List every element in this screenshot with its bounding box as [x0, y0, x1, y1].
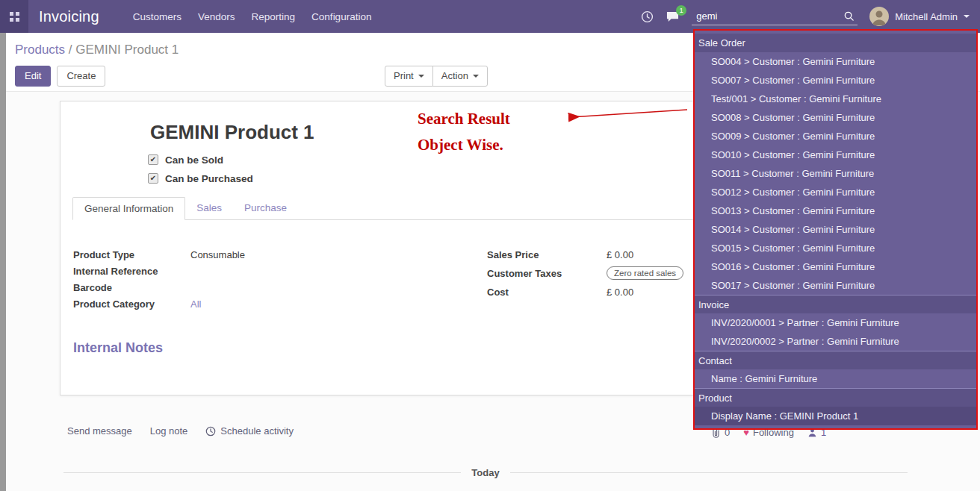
tab-general-information[interactable]: General Information	[72, 197, 185, 220]
search-result-item[interactable]: SO009 > Customer : Gemini Furniture	[695, 127, 976, 146]
field-product-category: Product Category All	[73, 297, 394, 310]
messages-button[interactable]: 1	[666, 10, 680, 23]
search-section-sale-order: Sale Order	[695, 34, 976, 52]
chevron-down-icon	[964, 15, 970, 18]
menu-vendors[interactable]: Vendors	[190, 7, 244, 27]
send-message-button[interactable]: Send message	[67, 425, 132, 437]
schedule-activity-label: Schedule activity	[220, 425, 294, 437]
can-be-purchased-label: Can be Purchased	[165, 173, 253, 184]
search-result-item[interactable]: SO017 > Customer : Gemini Furniture	[695, 276, 976, 295]
breadcrumb-separator: /	[69, 43, 72, 57]
field-value: £ 0.00	[607, 249, 633, 260]
product-title: GEMINI Product 1	[150, 121, 314, 144]
field-label: Cost	[487, 287, 607, 298]
annotation-text: Search Result Object Wise.	[418, 110, 510, 153]
can-be-purchased-checkbox[interactable]: ✔	[148, 173, 158, 184]
can-be-sold-checkbox[interactable]: ✔	[148, 154, 158, 165]
field-label: Product Category	[73, 298, 190, 310]
internal-notes-heading: Internal Notes	[73, 340, 163, 356]
field-barcode: Barcode	[73, 281, 394, 294]
breadcrumb-current: GEMINI Product 1	[75, 43, 179, 57]
breadcrumb-products-link[interactable]: Products	[15, 43, 65, 57]
field-label: Product Type	[73, 249, 190, 260]
search-result-item[interactable]: INV/2020/0002 > Partner : Gemini Furnitu…	[695, 332, 976, 351]
search-input[interactable]	[692, 8, 858, 25]
product-category-link[interactable]: All	[190, 298, 201, 310]
top-navbar: Invoicing Customers Vendors Reporting Co…	[0, 0, 980, 33]
search-result-item[interactable]: Test/001 > Customer : Gemini Furniture	[695, 90, 976, 108]
print-label: Print	[394, 70, 414, 82]
create-button[interactable]: Create	[57, 66, 105, 87]
clock-icon	[205, 426, 216, 437]
search-section-product: Product	[695, 388, 976, 407]
annotation-line-2: Object Wise.	[418, 137, 510, 153]
today-divider: Today	[63, 467, 908, 478]
search-results-dropdown: Sale Order SO004 > Customer : Gemini Fur…	[693, 29, 978, 430]
chatter-buttons: Send message Log note Schedule activity	[67, 425, 294, 437]
window-edge	[0, 33, 6, 491]
user-menu[interactable]: Mitchell Admin	[869, 7, 970, 26]
action-label: Action	[441, 70, 468, 82]
search-result-item[interactable]: SO015 > Customer : Gemini Furniture	[695, 239, 976, 257]
can-be-sold-row: ✔ Can be Sold	[148, 154, 223, 166]
chevron-down-icon	[418, 75, 424, 78]
print-action-group: Print Action	[385, 66, 488, 87]
schedule-activity-button[interactable]: Schedule activity	[205, 425, 294, 437]
can-be-sold-label: Can be Sold	[165, 154, 223, 166]
left-field-group: Product Type Consumable Internal Referen…	[73, 248, 394, 313]
search-result-item[interactable]: SO004 > Customer : Gemini Furniture	[695, 52, 976, 71]
search-section-contact: Contact	[695, 351, 976, 369]
activities-button[interactable]	[641, 10, 654, 23]
tab-sales[interactable]: Sales	[185, 197, 233, 219]
field-value: Consumable	[190, 249, 245, 260]
tab-purchase[interactable]: Purchase	[233, 197, 298, 219]
avatar	[869, 7, 889, 26]
field-label: Barcode	[73, 282, 190, 293]
search-result-item[interactable]: Name : Gemini Furniture	[695, 369, 976, 388]
search-result-item[interactable]: Display Name : GEMINI Product 1	[695, 407, 976, 425]
search-result-item[interactable]: SO008 > Customer : Gemini Furniture	[695, 108, 976, 127]
navbar-right: 1 Mitchell Admin	[641, 7, 980, 26]
search-result-item[interactable]: SO011 > Customer : Gemini Furniture	[695, 164, 976, 183]
user-name: Mitchell Admin	[895, 11, 958, 22]
messages-badge: 1	[676, 5, 686, 16]
field-internal-reference: Internal Reference	[73, 264, 394, 278]
record-actions: Edit Create	[15, 66, 105, 87]
can-be-purchased-row: ✔ Can be Purchased	[148, 172, 253, 184]
field-product-type: Product Type Consumable	[73, 248, 394, 261]
search-result-item[interactable]: SO014 > Customer : Gemini Furniture	[695, 220, 976, 239]
apps-menu-button[interactable]	[0, 0, 28, 33]
search-result-item[interactable]: SO016 > Customer : Gemini Furniture	[695, 257, 976, 276]
search-result-item[interactable]: SO013 > Customer : Gemini Furniture	[695, 201, 976, 220]
print-button[interactable]: Print	[385, 66, 433, 87]
log-note-button[interactable]: Log note	[150, 425, 188, 437]
annotation-arrow	[562, 101, 696, 127]
customer-tax-tag: Zero rated sales	[607, 266, 683, 280]
clock-icon	[641, 10, 654, 23]
annotation-line-1: Search Result	[418, 110, 510, 127]
search-result-item[interactable]: INV/2020/0001 > Partner : Gemini Furnitu…	[695, 313, 976, 332]
search-result-item[interactable]: SO010 > Customer : Gemini Furniture	[695, 146, 976, 164]
menu-configuration[interactable]: Configuration	[303, 7, 379, 27]
global-search	[692, 8, 858, 25]
search-result-item[interactable]: SO012 > Customer : Gemini Furniture	[695, 183, 976, 201]
menu-customers[interactable]: Customers	[125, 7, 190, 27]
field-label: Customer Taxes	[487, 268, 607, 279]
app-title: Invoicing	[39, 8, 99, 25]
field-label: Internal Reference	[73, 266, 190, 277]
top-menu: Customers Vendors Reporting Configuratio…	[125, 7, 380, 27]
breadcrumb: Products / GEMINI Product 1	[15, 43, 179, 57]
edit-button[interactable]: Edit	[15, 66, 51, 87]
search-result-item[interactable]: SO007 > Customer : Gemini Furniture	[695, 71, 976, 90]
apps-grid-icon	[10, 12, 19, 22]
field-label: Sales Price	[487, 249, 607, 260]
field-value: £ 0.00	[607, 287, 633, 298]
action-button[interactable]: Action	[432, 66, 488, 87]
search-section-invoice: Invoice	[695, 295, 976, 313]
chevron-down-icon	[473, 75, 479, 78]
search-icon[interactable]	[843, 10, 855, 25]
menu-reporting[interactable]: Reporting	[244, 7, 304, 27]
today-label: Today	[461, 467, 509, 478]
